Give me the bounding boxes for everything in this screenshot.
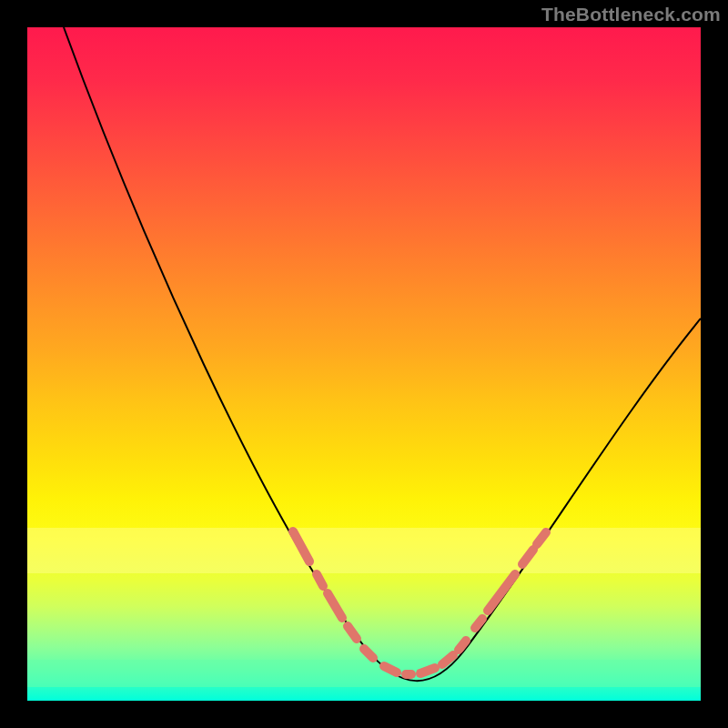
- highlight-dash: [293, 531, 309, 561]
- highlight-dash: [475, 619, 482, 628]
- highlight-dash: [348, 626, 357, 639]
- highlight-dash: [384, 666, 397, 672]
- highlight-dash: [522, 550, 533, 564]
- highlight-dash: [488, 574, 515, 611]
- highlight-dash: [328, 593, 342, 618]
- highlight-dash: [537, 532, 546, 544]
- highlight-dash: [442, 655, 453, 664]
- highlight-dash: [317, 574, 323, 586]
- curve-highlight-group: [293, 531, 546, 674]
- highlight-dash: [459, 641, 466, 650]
- highlight-dash: [420, 668, 435, 673]
- highlight-dash: [364, 649, 373, 658]
- bottleneck-curve-svg: [27, 27, 701, 701]
- bottleneck-curve: [64, 27, 701, 681]
- watermark-text: TheBottleneck.com: [541, 4, 721, 25]
